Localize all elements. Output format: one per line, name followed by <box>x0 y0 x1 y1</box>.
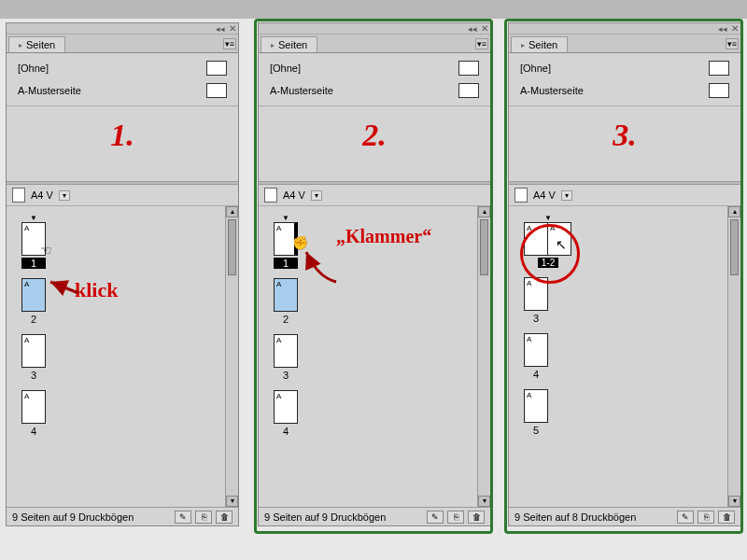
spread-number: 1-2 <box>538 258 558 268</box>
scroll-thumb[interactable] <box>730 219 739 275</box>
pages-panel: ◂◂ ✕ ▸ Seiten ▾≡ [Ohne] A-Musterseite <box>258 22 491 526</box>
page-number: 4 <box>524 369 548 380</box>
orientation-portrait-icon[interactable] <box>514 188 528 203</box>
new-page-icon[interactable]: ⎘ <box>447 511 464 524</box>
status-text: 9 Seiten auf 9 Druckbögen <box>12 511 134 523</box>
scroll-up-icon[interactable]: ▴ <box>728 206 740 217</box>
scroll-thumb[interactable] <box>480 219 488 275</box>
master-indicator: A <box>527 279 531 287</box>
page-thumbnail[interactable]: A ☜ 1 <box>21 222 225 269</box>
tab-pages[interactable]: ▸ Seiten <box>511 36 568 52</box>
page-number: 2 <box>274 314 298 325</box>
panel-footer: 9 Seiten auf 9 Druckbögen ✎ ⎘ 🗑 <box>259 507 490 525</box>
step-number: 2. <box>259 106 490 181</box>
master-swatch-icon <box>458 83 479 98</box>
master-swatch-icon <box>709 83 729 98</box>
page-format-bar: A4 V ▾ <box>7 185 238 206</box>
delete-page-icon[interactable]: 🗑 <box>216 511 233 524</box>
page-number: 5 <box>524 425 548 436</box>
tab-label: Seiten <box>26 39 55 50</box>
orientation-portrait-icon[interactable] <box>264 188 277 203</box>
page-number: 3 <box>524 313 548 324</box>
page-number: 1 <box>274 258 298 269</box>
pages-list: ▼ A A ↖ 1-2 A 3 A 4 <box>509 206 727 507</box>
edit-page-icon[interactable]: ✎ <box>677 511 694 524</box>
scroll-down-icon[interactable]: ▾ <box>478 496 490 507</box>
edit-page-icon[interactable]: ✎ <box>427 511 444 524</box>
spread-thumbnail[interactable]: A A ↖ 1-2 <box>524 222 727 268</box>
tab-label: Seiten <box>529 39 557 50</box>
vertical-scrollbar[interactable]: ▴ ▾ <box>477 206 490 507</box>
master-a[interactable]: A-Musterseite <box>513 79 737 102</box>
page-thumbnail[interactable]: A ✊ 1 <box>274 222 477 269</box>
master-none[interactable]: [Ohne] <box>10 57 234 79</box>
master-indicator: A <box>527 335 531 343</box>
panel-menu-icon[interactable]: ▾≡ <box>223 38 236 49</box>
page-thumbnail[interactable]: A 4 <box>524 333 727 380</box>
spread-start-icon: ▼ <box>524 214 572 222</box>
master-swatch-icon <box>206 61 227 76</box>
page-thumbnail[interactable]: A 4 <box>21 390 225 437</box>
page-thumbnail[interactable]: A 3 <box>274 334 477 381</box>
hand-cursor-icon: ☜ <box>40 243 52 258</box>
scroll-down-icon[interactable]: ▾ <box>728 496 740 507</box>
master-a[interactable]: A-Musterseite <box>262 79 486 102</box>
master-indicator: A <box>276 280 281 288</box>
format-dropdown-icon[interactable]: ▾ <box>311 190 322 201</box>
page-thumbnail[interactable]: A 2 <box>274 278 477 325</box>
page-number: 4 <box>274 426 298 437</box>
page-thumbnail[interactable]: A 2 <box>21 278 225 325</box>
delete-page-icon[interactable]: 🗑 <box>468 511 485 524</box>
scroll-up-icon[interactable]: ▴ <box>226 206 238 217</box>
new-page-icon[interactable]: ⎘ <box>195 511 212 524</box>
close-icon[interactable]: ✕ <box>229 23 236 34</box>
master-indicator: A <box>24 336 29 344</box>
page-thumbnail[interactable]: A 3 <box>21 334 225 381</box>
collapse-icon[interactable]: ◂◂ <box>216 24 225 34</box>
master-indicator: A <box>276 224 281 232</box>
chevron-right-icon: ▸ <box>271 41 275 49</box>
close-icon[interactable]: ✕ <box>731 23 739 34</box>
orientation-portrait-icon[interactable] <box>12 188 25 203</box>
chevron-right-icon: ▸ <box>521 41 525 49</box>
step-number: 3. <box>509 106 740 181</box>
tab-pages[interactable]: ▸ Seiten <box>8 36 65 52</box>
panel-menu-icon[interactable]: ▾≡ <box>475 38 488 49</box>
step-number: 1. <box>7 106 238 181</box>
format-label: A4 V <box>283 189 305 201</box>
collapse-icon[interactable]: ◂◂ <box>468 24 477 34</box>
format-dropdown-icon[interactable]: ▾ <box>59 190 70 201</box>
panel-header: ◂◂ ✕ <box>7 23 238 35</box>
page-thumbnail[interactable]: A 3 <box>524 277 727 324</box>
collapse-icon[interactable]: ◂◂ <box>718 24 727 34</box>
scroll-down-icon[interactable]: ▾ <box>226 496 238 507</box>
panel-footer: 9 Seiten auf 9 Druckbögen ✎ ⎘ 🗑 <box>7 507 238 525</box>
scroll-up-icon[interactable]: ▴ <box>478 206 490 217</box>
master-a[interactable]: A-Musterseite <box>10 79 234 102</box>
master-label: A-Musterseite <box>18 85 81 96</box>
close-icon[interactable]: ✕ <box>481 23 488 34</box>
page-thumbnail[interactable]: A 4 <box>274 390 477 437</box>
panel-menu-icon[interactable]: ▾≡ <box>726 38 739 49</box>
spread-start-icon: ▼ <box>274 214 298 222</box>
page-number: 3 <box>274 370 298 381</box>
master-none[interactable]: [Ohne] <box>513 57 737 79</box>
panel-header: ◂◂ ✕ <box>509 23 740 35</box>
vertical-scrollbar[interactable]: ▴ ▾ <box>727 206 740 507</box>
vertical-scrollbar[interactable]: ▴ ▾ <box>225 206 238 507</box>
master-label: [Ohne] <box>18 63 49 74</box>
delete-page-icon[interactable]: 🗑 <box>718 511 735 524</box>
scroll-thumb[interactable] <box>228 219 236 275</box>
grab-cursor-icon: ✊ <box>292 235 308 250</box>
new-page-icon[interactable]: ⎘ <box>698 511 714 524</box>
masters-section: [Ohne] A-Musterseite <box>259 53 490 106</box>
edit-page-icon[interactable]: ✎ <box>175 511 191 524</box>
tab-pages[interactable]: ▸ Seiten <box>261 36 317 52</box>
master-indicator: A <box>276 392 281 400</box>
page-thumbnail[interactable]: A 5 <box>524 389 727 436</box>
master-indicator: A <box>276 336 281 344</box>
master-none[interactable]: [Ohne] <box>262 57 486 79</box>
format-dropdown-icon[interactable]: ▾ <box>561 190 572 201</box>
format-label: A4 V <box>31 189 53 201</box>
master-swatch-icon <box>458 61 479 76</box>
